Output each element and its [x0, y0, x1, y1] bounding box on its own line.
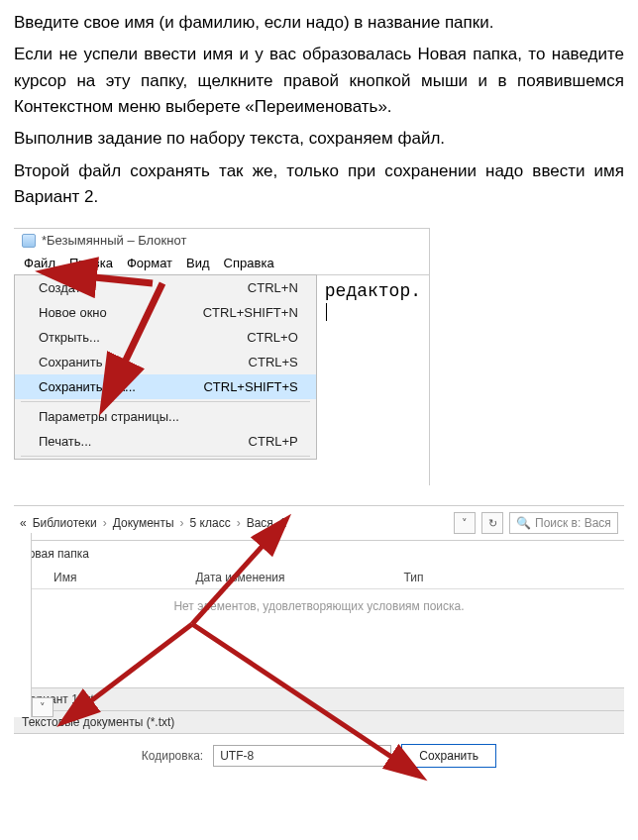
window-titlebar: *Безымянный – Блокнот: [14, 229, 429, 252]
menu-item-label: Печать...: [39, 434, 91, 449]
menu-edit[interactable]: Правка: [69, 256, 113, 270]
chevron-right-icon: ›: [237, 516, 241, 530]
crumb-docs[interactable]: Документы: [113, 516, 174, 530]
menu-item-accel: CTRL+SHIFT+S: [203, 379, 297, 394]
crumb-user[interactable]: Вася_1: [247, 516, 287, 530]
menu-item-label: Сохранить как...: [39, 379, 136, 394]
column-headers[interactable]: Имя Дата изменения Тип: [14, 567, 624, 589]
filename-field[interactable]: Вариант 1.txt: [14, 688, 624, 711]
editor-textarea[interactable]: редактор.: [317, 274, 429, 460]
encoding-select[interactable]: UTF-8 ˅: [213, 745, 391, 767]
notepad-icon: [22, 234, 36, 248]
menu-item-newwin[interactable]: Новое окно CTRL+SHIFT+N: [15, 300, 316, 325]
menu-item-label: Новое окно: [39, 305, 107, 320]
menubar: Файл Правка Формат Вид Справка: [14, 252, 429, 274]
address-bar: « Библиотеки› Документы› 5 класс› Вася_1…: [14, 505, 624, 541]
filetype-field[interactable]: Текстовые документы (*.txt): [14, 711, 624, 734]
crumb-libs[interactable]: Библиотеки: [33, 516, 97, 530]
dialog-bottom-bar: Кодировка: UTF-8 ˅ Сохранить: [14, 734, 624, 772]
breadcrumb[interactable]: « Библиотеки› Документы› 5 класс› Вася_1: [20, 516, 286, 530]
instruction-text: Введите свое имя (и фамилию, если надо) …: [14, 10, 624, 210]
search-icon: 🔍: [516, 516, 531, 530]
save-dialog-screenshot: « Библиотеки› Документы› 5 класс› Вася_1…: [14, 505, 624, 802]
menu-help[interactable]: Справка: [224, 256, 274, 270]
sidebar-collapse-button[interactable]: ˅: [32, 697, 53, 717]
menu-item-label: Создать: [39, 280, 87, 295]
toolbar-newfolder[interactable]: Новая папка: [14, 541, 624, 567]
search-placeholder: Поиск в: Вася: [535, 516, 611, 530]
encoding-value: UTF-8: [220, 749, 254, 763]
window-title: *Безымянный – Блокнот: [42, 233, 186, 248]
crumb-prefix: «: [20, 516, 27, 530]
crumb-dropdown-button[interactable]: ˅: [454, 512, 476, 534]
save-button[interactable]: Сохранить: [401, 744, 496, 768]
col-type[interactable]: Тип: [404, 571, 424, 584]
navigation-sidebar[interactable]: [14, 533, 32, 717]
text-cursor: [326, 303, 327, 321]
menu-view[interactable]: Вид: [186, 256, 210, 270]
file-dropdown: Создать CTRL+N Новое окно CTRL+SHIFT+N О…: [14, 274, 317, 460]
menu-item-print[interactable]: Печать... CTRL+P: [15, 429, 316, 454]
col-date[interactable]: Дата изменения: [195, 571, 284, 584]
chevron-down-icon: ˅: [378, 749, 384, 763]
menu-item-saveas[interactable]: Сохранить как... CTRL+SHIFT+S: [15, 374, 316, 399]
menu-item-label: Сохранить: [39, 355, 103, 369]
search-input[interactable]: 🔍 Поиск в: Вася: [509, 512, 618, 534]
file-list-empty: Нет элементов, удовлетворяющих условиям …: [14, 589, 624, 688]
col-name[interactable]: Имя: [53, 571, 76, 584]
menu-item-accel: CTRL+P: [249, 434, 298, 449]
menu-item-accel: CTRL+N: [248, 280, 298, 295]
para-3: Выполнив задание по набору текста, сохра…: [14, 126, 624, 152]
crumb-class[interactable]: 5 класс: [190, 516, 231, 530]
menu-separator: [21, 401, 310, 402]
notepad-screenshot: *Безымянный – Блокнот Файл Правка Формат…: [14, 228, 430, 485]
para-2: Если не успели ввести имя и у вас образо…: [14, 42, 624, 120]
chevron-right-icon: ›: [103, 516, 107, 530]
menu-item-accel: CTRL+O: [247, 330, 298, 345]
encoding-label: Кодировка:: [142, 749, 203, 763]
menu-item-accel: CTRL+S: [249, 355, 298, 369]
menu-format[interactable]: Формат: [127, 256, 172, 270]
menu-item-label: Параметры страницы...: [39, 409, 179, 424]
menu-item-pagesetup[interactable]: Параметры страницы...: [15, 404, 316, 429]
refresh-button[interactable]: ↻: [481, 512, 503, 534]
para-4: Второй файл сохранять так же, только при…: [14, 158, 624, 211]
menu-item-open[interactable]: Открыть... CTRL+O: [15, 325, 316, 350]
menu-file[interactable]: Файл: [24, 256, 55, 270]
chevron-right-icon: ›: [180, 516, 184, 530]
menu-item-create[interactable]: Создать CTRL+N: [15, 275, 316, 300]
para-1: Введите свое имя (и фамилию, если надо) …: [14, 10, 624, 36]
menu-separator: [21, 456, 310, 457]
menu-item-label: Открыть...: [39, 330, 100, 345]
menu-item-accel: CTRL+SHIFT+N: [203, 305, 298, 320]
menu-item-save[interactable]: Сохранить CTRL+S: [15, 350, 316, 374]
editor-content: редактор.: [325, 281, 421, 301]
